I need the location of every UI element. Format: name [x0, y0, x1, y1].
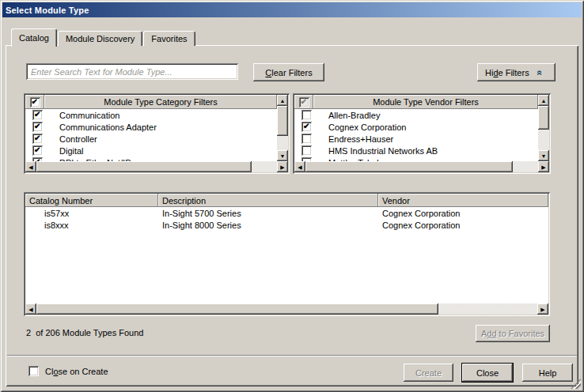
category-select-all-checkbox[interactable] — [30, 97, 40, 107]
category-filter-items: Communication Communications Adapter Con… — [25, 109, 277, 161]
arrow-right-icon: ▶ — [280, 164, 284, 170]
arrow-up-icon: ▲ — [541, 98, 547, 104]
description-cell: In-Sight 5700 Series — [158, 209, 378, 218]
close-on-create-checkbox[interactable] — [28, 366, 39, 376]
vendor-horizontal-scrollbar[interactable]: ◀ ▶ — [294, 161, 549, 172]
tab-module-discovery[interactable]: Module Discovery — [58, 31, 142, 46]
scrollbar-track[interactable] — [513, 161, 538, 172]
category-filter-header-row: Module Type Category Filters — [25, 95, 277, 109]
add-to-favorites-mnemonic: dd — [487, 329, 496, 338]
table-row[interactable]: is8xxx In-Sight 8000 Series Cognex Corpo… — [25, 219, 548, 231]
scroll-left-button[interactable]: ◀ — [294, 161, 305, 172]
status-module-types-found: 2 of 206 Module Types Found — [26, 328, 143, 337]
arrow-down-icon: ▼ — [541, 153, 547, 159]
category-filter-item[interactable]: Communications Adapter — [25, 121, 277, 133]
close-on-create-option[interactable]: Close on Create — [28, 366, 108, 376]
scroll-left-button[interactable]: ◀ — [25, 303, 36, 315]
scrollbar-thumb[interactable] — [36, 303, 438, 315]
vendor-checkbox[interactable] — [301, 122, 312, 132]
scroll-up-button[interactable]: ▲ — [277, 95, 288, 106]
category-label: Digital — [59, 146, 84, 156]
scroll-up-button[interactable]: ▲ — [538, 95, 549, 106]
category-filter-item[interactable]: Communication — [25, 109, 277, 121]
search-input[interactable] — [26, 63, 238, 80]
vendor-filter-header: Module Type Vendor Filters — [313, 95, 538, 109]
vendor-vertical-scrollbar[interactable]: ▲ ▼ — [538, 95, 549, 161]
table-row[interactable]: is57xx In-Sight 5700 Series Cognex Corpo… — [25, 207, 548, 219]
tab-catalog[interactable]: Catalog — [11, 28, 57, 47]
column-header-vendor[interactable]: Vendor — [378, 194, 548, 207]
vendor-checkbox[interactable] — [301, 157, 312, 161]
title-bar[interactable]: Select Module Type — [2, 2, 582, 17]
tab-favorites[interactable]: Favorites — [143, 31, 195, 46]
column-header-description[interactable]: Description — [158, 194, 378, 207]
scrollbar-thumb[interactable] — [277, 106, 288, 136]
vendor-filter-item[interactable]: Allen-Bradley — [294, 109, 538, 121]
results-body: is57xx In-Sight 5700 Series Cognex Corpo… — [25, 207, 548, 303]
scroll-down-button[interactable]: ▼ — [277, 150, 288, 161]
tab-strip: Catalog Module Discovery Favorites — [6, 28, 196, 46]
column-header-catalog-number[interactable]: Catalog Number — [25, 194, 158, 207]
vendor-filter-items: Allen-Bradley Cognex Corporation Endress… — [294, 109, 538, 161]
clear-filters-label-rest: lear Filters — [271, 68, 312, 77]
arrow-left-icon: ◀ — [28, 164, 32, 170]
vendor-filter-item[interactable]: Endress+Hauser — [294, 133, 538, 145]
category-checkbox[interactable] — [32, 134, 43, 144]
vendor-select-all-checkbox[interactable] — [299, 97, 309, 107]
scroll-right-button[interactable]: ▶ — [538, 161, 549, 172]
close-button[interactable]: Close — [462, 364, 513, 382]
clear-filters-button[interactable]: Clear Filters — [253, 63, 324, 81]
category-checkbox[interactable] — [32, 157, 43, 161]
category-checkbox[interactable] — [32, 110, 43, 120]
create-button[interactable]: Create — [404, 364, 453, 382]
vendor-filter-item[interactable]: Cognex Corporation — [294, 121, 538, 133]
scroll-right-button[interactable]: ▶ — [537, 303, 548, 315]
catalog-tab-panel: Clear Filters Hide Filters « Module Type… — [6, 45, 578, 386]
bottom-separator — [7, 355, 577, 356]
vendor-select-all-cell[interactable] — [294, 95, 313, 109]
category-filter-header: Module Type Category Filters — [44, 95, 277, 109]
add-to-favorites-button[interactable]: Add to Favorites — [476, 325, 550, 342]
category-label: Controller — [59, 134, 97, 144]
clear-filters-mnemonic: C — [265, 68, 271, 77]
scroll-down-button[interactable]: ▼ — [538, 150, 549, 161]
category-select-all-cell[interactable] — [25, 95, 44, 109]
vendor-checkbox[interactable] — [301, 145, 312, 156]
catalog-number-cell: is57xx — [25, 209, 158, 218]
arrow-left-icon: ◀ — [298, 164, 301, 170]
scrollbar-track[interactable] — [438, 303, 537, 315]
arrow-left-icon: ◀ — [28, 307, 32, 312]
category-filter-item[interactable]: Digital — [25, 145, 277, 156]
category-checkbox[interactable] — [32, 122, 43, 132]
category-checkbox[interactable] — [32, 145, 43, 156]
category-filter-item[interactable]: Controller — [25, 133, 277, 145]
vendor-label: HMS Industrial Networks AB — [328, 146, 438, 156]
category-vertical-scrollbar[interactable]: ▲ ▼ — [277, 95, 288, 161]
scrollbar-thumb[interactable] — [538, 106, 549, 130]
add-to-favorites-label: A — [481, 329, 487, 338]
scroll-left-button[interactable]: ◀ — [25, 161, 36, 172]
category-horizontal-scrollbar[interactable]: ◀ ▶ — [25, 161, 288, 172]
scrollbar-track[interactable] — [277, 136, 288, 150]
hide-filters-button[interactable]: Hide Filters « — [477, 63, 556, 81]
close-on-create-label: Close on Create — [45, 367, 108, 376]
description-cell: In-Sight 8000 Series — [158, 220, 378, 230]
collapse-up-chevrons-icon: « — [536, 70, 544, 75]
add-to-favorites-label-rest: to Favorites — [497, 329, 545, 338]
scrollbar-track[interactable] — [538, 130, 549, 150]
results-horizontal-scrollbar[interactable]: ◀ ▶ — [25, 303, 548, 315]
window-title: Select Module Type — [6, 6, 89, 15]
arrow-down-icon: ▼ — [280, 153, 286, 159]
vendor-checkbox[interactable] — [301, 134, 312, 144]
scroll-right-button[interactable]: ▶ — [277, 161, 288, 172]
help-button[interactable]: Help — [522, 364, 573, 382]
results-header-row: Catalog Number Description Vendor — [25, 194, 548, 207]
arrow-up-icon: ▲ — [280, 98, 286, 104]
scrollbar-thumb[interactable] — [36, 161, 252, 172]
hide-filters-label-rest: e Filters — [499, 68, 529, 77]
scrollbar-thumb[interactable] — [305, 161, 513, 172]
vendor-filter-item[interactable]: HMS Industrial Networks AB — [294, 145, 538, 156]
vendor-checkbox[interactable] — [301, 110, 312, 120]
hide-filters-label: Hi — [485, 68, 493, 77]
scrollbar-track[interactable] — [252, 161, 277, 172]
